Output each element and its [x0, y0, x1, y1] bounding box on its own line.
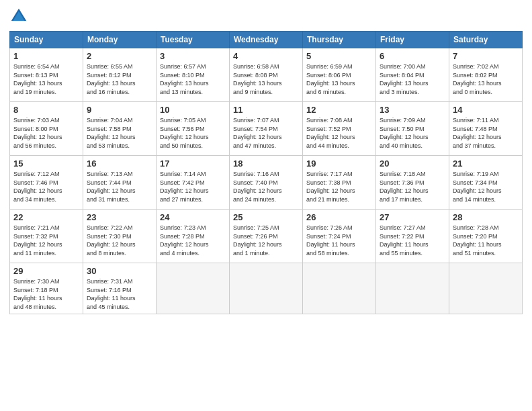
day-info: Sunrise: 7:22 AM Sunset: 7:30 PM Dayligh… — [87, 224, 152, 257]
day-info: Sunrise: 7:12 AM Sunset: 7:46 PM Dayligh… — [13, 170, 79, 203]
day-number: 7 — [453, 51, 519, 61]
weekday-header-sunday: Sunday — [10, 32, 83, 48]
calendar-cell: 7Sunrise: 7:02 AM Sunset: 8:02 PM Daylig… — [449, 48, 523, 102]
day-number: 12 — [306, 105, 372, 115]
calendar-cell: 15Sunrise: 7:12 AM Sunset: 7:46 PM Dayli… — [10, 156, 83, 210]
calendar-cell: 14Sunrise: 7:11 AM Sunset: 7:48 PM Dayli… — [449, 102, 523, 156]
day-number: 4 — [233, 51, 299, 61]
calendar-cell: 28Sunrise: 7:28 AM Sunset: 7:20 PM Dayli… — [449, 210, 523, 263]
day-info: Sunrise: 7:07 AM Sunset: 7:54 PM Dayligh… — [233, 116, 299, 150]
day-number: 6 — [380, 51, 445, 61]
weekday-header-row: SundayMondayTuesdayWednesdayThursdayFrid… — [10, 32, 523, 48]
day-info: Sunrise: 6:55 AM Sunset: 8:12 PM Dayligh… — [87, 62, 152, 96]
calendar-cell: 9Sunrise: 7:04 AM Sunset: 7:58 PM Daylig… — [83, 102, 157, 156]
day-number: 9 — [87, 105, 152, 115]
page: SundayMondayTuesdayWednesdayThursdayFrid… — [0, 0, 532, 411]
calendar-cell: 30Sunrise: 7:31 AM Sunset: 7:16 PM Dayli… — [83, 263, 157, 314]
day-number: 24 — [160, 212, 226, 222]
calendar-cell: 5Sunrise: 6:59 AM Sunset: 8:06 PM Daylig… — [303, 48, 376, 102]
calendar-cell: 10Sunrise: 7:05 AM Sunset: 7:56 PM Dayli… — [157, 102, 230, 156]
day-info: Sunrise: 7:11 AM Sunset: 7:48 PM Dayligh… — [453, 116, 519, 150]
calendar: SundayMondayTuesdayWednesdayThursdayFrid… — [9, 31, 523, 314]
day-number: 15 — [13, 158, 79, 169]
calendar-cell — [157, 263, 230, 314]
day-info: Sunrise: 6:58 AM Sunset: 8:08 PM Dayligh… — [233, 62, 299, 96]
day-info: Sunrise: 6:57 AM Sunset: 8:10 PM Dayligh… — [160, 62, 226, 96]
calendar-cell: 27Sunrise: 7:27 AM Sunset: 7:22 PM Dayli… — [376, 210, 449, 263]
day-number: 23 — [87, 212, 152, 222]
weekday-header-thursday: Thursday — [303, 32, 376, 48]
calendar-week-5: 29Sunrise: 7:30 AM Sunset: 7:18 PM Dayli… — [10, 263, 523, 314]
calendar-cell: 19Sunrise: 7:17 AM Sunset: 7:38 PM Dayli… — [303, 156, 376, 210]
calendar-cell: 29Sunrise: 7:30 AM Sunset: 7:18 PM Dayli… — [10, 263, 83, 314]
calendar-cell: 24Sunrise: 7:23 AM Sunset: 7:28 PM Dayli… — [157, 210, 230, 263]
calendar-cell: 26Sunrise: 7:26 AM Sunset: 7:24 PM Dayli… — [303, 210, 376, 263]
day-number: 17 — [160, 158, 226, 169]
day-info: Sunrise: 7:28 AM Sunset: 7:20 PM Dayligh… — [453, 224, 519, 257]
header — [9, 7, 523, 26]
day-info: Sunrise: 7:00 AM Sunset: 8:04 PM Dayligh… — [380, 62, 445, 96]
day-info: Sunrise: 7:19 AM Sunset: 7:34 PM Dayligh… — [453, 170, 519, 203]
logo-icon — [9, 7, 28, 26]
day-number: 28 — [453, 212, 519, 222]
calendar-cell: 13Sunrise: 7:09 AM Sunset: 7:50 PM Dayli… — [376, 102, 449, 156]
day-number: 3 — [160, 51, 226, 61]
calendar-cell: 17Sunrise: 7:14 AM Sunset: 7:42 PM Dayli… — [157, 156, 230, 210]
day-number: 20 — [380, 158, 445, 169]
day-info: Sunrise: 7:30 AM Sunset: 7:18 PM Dayligh… — [13, 277, 79, 311]
day-number: 10 — [160, 105, 226, 115]
day-number: 25 — [233, 212, 299, 222]
calendar-cell: 3Sunrise: 6:57 AM Sunset: 8:10 PM Daylig… — [157, 48, 230, 102]
calendar-cell — [449, 263, 523, 314]
day-info: Sunrise: 7:13 AM Sunset: 7:44 PM Dayligh… — [87, 170, 152, 203]
calendar-cell: 4Sunrise: 6:58 AM Sunset: 8:08 PM Daylig… — [230, 48, 303, 102]
calendar-cell: 2Sunrise: 6:55 AM Sunset: 8:12 PM Daylig… — [83, 48, 157, 102]
calendar-cell: 18Sunrise: 7:16 AM Sunset: 7:40 PM Dayli… — [230, 156, 303, 210]
day-info: Sunrise: 7:18 AM Sunset: 7:36 PM Dayligh… — [380, 170, 445, 203]
day-info: Sunrise: 7:31 AM Sunset: 7:16 PM Dayligh… — [87, 277, 152, 311]
day-info: Sunrise: 7:04 AM Sunset: 7:58 PM Dayligh… — [87, 116, 152, 150]
calendar-cell: 25Sunrise: 7:25 AM Sunset: 7:26 PM Dayli… — [230, 210, 303, 263]
calendar-cell: 22Sunrise: 7:21 AM Sunset: 7:32 PM Dayli… — [10, 210, 83, 263]
weekday-header-tuesday: Tuesday — [157, 32, 230, 48]
weekday-header-friday: Friday — [376, 32, 449, 48]
calendar-cell — [230, 263, 303, 314]
calendar-cell: 1Sunrise: 6:54 AM Sunset: 8:13 PM Daylig… — [10, 48, 83, 102]
calendar-week-2: 8Sunrise: 7:03 AM Sunset: 8:00 PM Daylig… — [10, 102, 523, 156]
calendar-cell: 8Sunrise: 7:03 AM Sunset: 8:00 PM Daylig… — [10, 102, 83, 156]
calendar-cell: 23Sunrise: 7:22 AM Sunset: 7:30 PM Dayli… — [83, 210, 157, 263]
day-number: 27 — [380, 212, 445, 222]
calendar-cell: 20Sunrise: 7:18 AM Sunset: 7:36 PM Dayli… — [376, 156, 449, 210]
day-info: Sunrise: 6:59 AM Sunset: 8:06 PM Dayligh… — [306, 62, 372, 96]
day-info: Sunrise: 7:26 AM Sunset: 7:24 PM Dayligh… — [306, 224, 372, 257]
day-number: 29 — [13, 266, 79, 276]
day-number: 11 — [233, 105, 299, 115]
day-number: 2 — [87, 51, 152, 61]
day-info: Sunrise: 7:14 AM Sunset: 7:42 PM Dayligh… — [160, 170, 226, 203]
day-info: Sunrise: 7:27 AM Sunset: 7:22 PM Dayligh… — [380, 224, 445, 257]
day-info: Sunrise: 7:05 AM Sunset: 7:56 PM Dayligh… — [160, 116, 226, 150]
calendar-week-4: 22Sunrise: 7:21 AM Sunset: 7:32 PM Dayli… — [10, 210, 523, 263]
day-info: Sunrise: 7:09 AM Sunset: 7:50 PM Dayligh… — [380, 116, 445, 150]
logo — [9, 7, 31, 26]
day-info: Sunrise: 7:23 AM Sunset: 7:28 PM Dayligh… — [160, 224, 226, 257]
day-number: 14 — [453, 105, 519, 115]
day-info: Sunrise: 7:16 AM Sunset: 7:40 PM Dayligh… — [233, 170, 299, 203]
day-info: Sunrise: 6:54 AM Sunset: 8:13 PM Dayligh… — [13, 62, 79, 96]
day-info: Sunrise: 7:21 AM Sunset: 7:32 PM Dayligh… — [13, 224, 79, 257]
day-info: Sunrise: 7:03 AM Sunset: 8:00 PM Dayligh… — [13, 116, 79, 150]
calendar-week-3: 15Sunrise: 7:12 AM Sunset: 7:46 PM Dayli… — [10, 156, 523, 210]
day-number: 18 — [233, 158, 299, 169]
calendar-cell: 16Sunrise: 7:13 AM Sunset: 7:44 PM Dayli… — [83, 156, 157, 210]
weekday-header-wednesday: Wednesday — [230, 32, 303, 48]
day-number: 30 — [87, 266, 152, 276]
day-number: 16 — [87, 158, 152, 169]
day-info: Sunrise: 7:17 AM Sunset: 7:38 PM Dayligh… — [306, 170, 372, 203]
day-number: 21 — [453, 158, 519, 169]
day-number: 22 — [13, 212, 79, 222]
day-number: 8 — [13, 105, 79, 115]
weekday-header-saturday: Saturday — [449, 32, 523, 48]
weekday-header-monday: Monday — [83, 32, 157, 48]
calendar-cell: 21Sunrise: 7:19 AM Sunset: 7:34 PM Dayli… — [449, 156, 523, 210]
day-number: 13 — [380, 105, 445, 115]
